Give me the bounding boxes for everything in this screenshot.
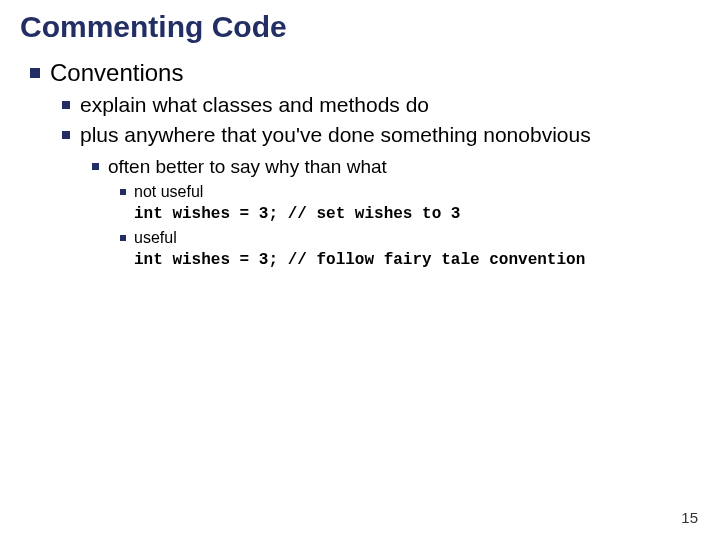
bullet-list-level-4: not useful int wishes = 3; // set wishes…	[108, 182, 700, 270]
code-example-not-useful: int wishes = 3; // set wishes to 3	[134, 204, 700, 224]
bullet-list-level-1: Conventions explain what classes and met…	[20, 58, 700, 270]
slide: Commenting Code Conventions explain what…	[0, 0, 720, 540]
slide-title: Commenting Code	[20, 10, 700, 44]
page-number: 15	[681, 509, 698, 526]
list-item: plus anywhere that you've done something…	[50, 122, 700, 270]
code-example-useful: int wishes = 3; // follow fairy tale con…	[134, 250, 700, 270]
bullet-list-level-2: explain what classes and methods do plus…	[50, 92, 700, 270]
bullet-list-level-3: often better to say why than what not us…	[80, 155, 700, 271]
list-item: explain what classes and methods do	[50, 92, 700, 118]
list-item-label: plus anywhere that you've done something…	[80, 123, 591, 146]
list-item-label: often better to say why than what	[108, 156, 387, 177]
list-item-label: Conventions	[50, 59, 183, 86]
list-item: useful int wishes = 3; // follow fairy t…	[108, 228, 700, 270]
list-item-label: not useful	[134, 183, 203, 200]
list-item-label: useful	[134, 229, 177, 246]
list-item: not useful int wishes = 3; // set wishes…	[108, 182, 700, 224]
list-item: Conventions explain what classes and met…	[20, 58, 700, 270]
list-item-label: explain what classes and methods do	[80, 93, 429, 116]
list-item: often better to say why than what not us…	[80, 155, 700, 271]
